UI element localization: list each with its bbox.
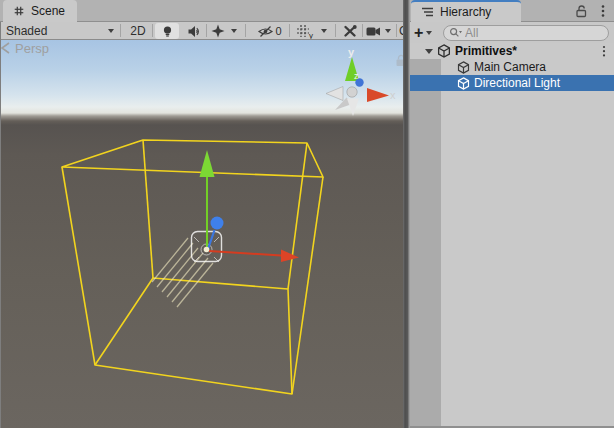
effects-dropdown-button[interactable] <box>227 23 241 39</box>
hierarchy-panel: Hierarchy + <box>410 0 614 428</box>
gizmo-origin <box>204 247 210 253</box>
2d-toggle-label: 2D <box>130 24 145 38</box>
shading-mode-label: Shaded <box>6 24 47 38</box>
scene-panel: Scene Shaded 2D <box>0 0 403 428</box>
scene-toolbar: Shaded 2D <box>0 22 403 40</box>
tab-hierarchy[interactable]: Hierarchy <box>411 0 521 22</box>
scene-lighting-button[interactable] <box>155 23 179 39</box>
hidden-count-label: 0 <box>275 25 281 37</box>
add-object-button[interactable]: + <box>414 23 442 42</box>
directional-light-rays <box>152 238 213 307</box>
chevron-down-icon <box>108 29 114 33</box>
chevron-down-icon <box>321 29 327 33</box>
2d-toggle-button[interactable]: 2D <box>126 23 150 39</box>
unity-scene-icon <box>437 44 451 58</box>
hierarchy-tabbar: Hierarchy <box>410 0 614 22</box>
scene-tabbar: Scene <box>0 0 403 22</box>
object-name-label: Main Camera <box>474 60 546 74</box>
scene-visibility-button[interactable]: 0 <box>255 23 285 39</box>
lightbulb-icon <box>161 25 174 38</box>
wrench-tools-icon <box>343 25 357 38</box>
effects-star-icon <box>211 24 225 38</box>
hierarchy-tab-label: Hierarchy <box>440 5 491 19</box>
foldout-arrow-icon[interactable] <box>425 49 433 54</box>
panel-divider[interactable] <box>403 0 410 428</box>
gizmo-axis-y-label[interactable]: y <box>344 46 358 58</box>
gizmo-axis-z-label[interactable]: z <box>354 71 364 81</box>
kebab-menu-icon[interactable] <box>600 45 608 58</box>
chevron-down-icon <box>231 29 237 33</box>
grid-icon: y <box>296 24 310 38</box>
grid-dropdown-button[interactable] <box>317 23 331 39</box>
kebab-menu-icon[interactable] <box>598 4 608 18</box>
visibility-gutter[interactable] <box>410 59 441 428</box>
scene-grid-icon <box>13 5 25 17</box>
grid-axis-label: y <box>309 31 313 40</box>
unity-editor-window: Scene Shaded 2D <box>0 0 614 428</box>
scene-effects-button[interactable] <box>209 23 227 39</box>
tree-row-directional-light[interactable]: Directional Light <box>410 75 614 91</box>
scene-camera-button[interactable] <box>364 23 382 39</box>
gizmo-axis-x-label[interactable]: x <box>390 89 400 101</box>
scene-name-label: Primitives* <box>455 44 517 58</box>
hierarchy-list-icon <box>421 6 434 18</box>
search-field[interactable] <box>443 25 609 41</box>
shading-mode-dropdown[interactable]: Shaded <box>6 23 114 39</box>
tree-row-main-camera[interactable]: Main Camera <box>410 59 614 75</box>
scene-viewport[interactable]: y z x Persp <box>0 40 403 428</box>
window-left-edge <box>0 22 1 428</box>
speaker-icon <box>187 25 201 38</box>
scene-audio-button[interactable] <box>183 23 205 39</box>
scene-tools-button[interactable] <box>340 23 360 39</box>
scene-3d-overlay <box>0 40 403 428</box>
gameobject-cube-icon <box>457 77 470 90</box>
lock-icon[interactable] <box>574 4 588 18</box>
orientation-gizmo <box>326 57 389 116</box>
chevron-down-icon <box>385 29 391 33</box>
scene-grid-visibility-button[interactable]: y <box>293 23 313 39</box>
scene-tab-label: Scene <box>31 4 65 18</box>
search-icon <box>449 27 462 39</box>
gameobject-cube-icon <box>457 61 470 74</box>
wireframe-cube <box>62 140 323 394</box>
tab-scene[interactable]: Scene <box>3 0 77 22</box>
search-input[interactable] <box>465 26 585 40</box>
camera-icon <box>366 26 381 37</box>
hierarchy-toolbar: + <box>410 22 614 43</box>
object-name-label: Directional Light <box>474 76 560 90</box>
tree-row-scene[interactable]: Primitives* <box>410 43 614 59</box>
transform-gizmo-x-axis <box>209 250 299 263</box>
eye-slash-icon <box>258 25 273 38</box>
chevron-down-icon <box>426 31 432 35</box>
camera-dropdown-button[interactable] <box>382 23 394 39</box>
plus-icon: + <box>414 26 423 40</box>
